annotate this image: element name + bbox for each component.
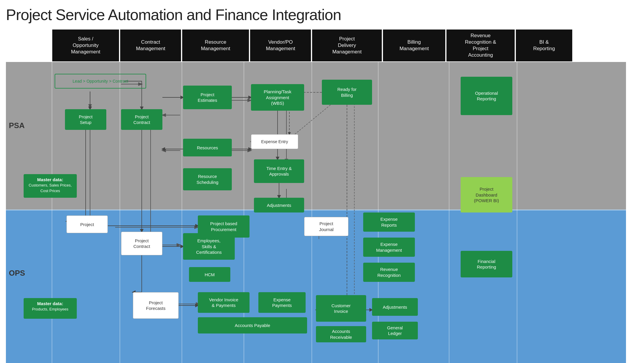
customer-invoice-box: CustomerInvoice (316, 295, 366, 322)
lead-opportunity-box: Lead > Opportunity > Contract (55, 74, 146, 89)
project-dashboard-box: ProjectDashboard(POWER BI) (461, 177, 512, 212)
resource-scheduling-box: ResourceScheduling (183, 168, 232, 190)
divider-4 (312, 62, 312, 363)
planning-task-box: Planning/TaskAssignment(WBS) (251, 84, 304, 111)
general-ledger-box: GeneralLedger (372, 322, 418, 339)
project-journal-box: ProjectJournal (304, 217, 348, 236)
expense-management-box: ExpenseManagement (363, 238, 415, 257)
accounts-payable-box: Accounts Payable (198, 317, 307, 333)
operational-reporting-box: OperationalReporting (461, 77, 512, 115)
adjustments-ops-box: Adjustments (372, 298, 418, 316)
divider-2 (182, 62, 182, 363)
col-header-resource: ResourceManagement (182, 29, 250, 62)
expense-entry-box: Expense Entry (251, 134, 298, 149)
col-header-delivery: ProjectDeliveryManagement (312, 29, 382, 62)
financial-reporting-box: FinancialReporting (461, 251, 512, 277)
project-estimates-box: ProjectEstimates (183, 86, 232, 109)
project-ops-box: Project (66, 215, 108, 233)
resources-box: Resources (183, 139, 232, 156)
hcm-box: HCM (189, 267, 230, 282)
time-entry-box: Time Entry &Approvals (254, 159, 304, 183)
ops-label: OPS (9, 269, 25, 278)
master-data-ops-box: Master data: Products, Employees (24, 298, 77, 319)
vendor-invoice-box: Vendor Invoice& Payments (198, 292, 250, 313)
project-contract-psa-box: ProjectContract (121, 109, 162, 130)
col-header-billing: BillingManagement (382, 29, 446, 62)
employees-skills-box: Employees,Skills &Certifications (183, 233, 235, 260)
revenue-recognition-box: RevenueRecognition (363, 263, 415, 282)
col-header-contract: ContractManagement (120, 29, 182, 62)
project-setup-box: ProjectSetup (65, 109, 106, 130)
master-data-psa-box: Master data: Customers, Sales Prices,Cos… (24, 174, 77, 198)
psa-ops-divider (6, 210, 626, 210)
full-diagram: PSA OPS (6, 62, 626, 363)
psa-label: PSA (9, 121, 25, 130)
diagram-container: Sales /OpportunityManagement ContractMan… (6, 29, 626, 363)
ready-for-billing-box: Ready forBilling (322, 80, 372, 105)
col-header-revenue: RevenueRecognition &ProjectAccounting (446, 29, 515, 62)
expense-reports-box: ExpenseReports (363, 212, 415, 232)
col-header-bi: BI &Reporting (515, 29, 573, 62)
col-header-vendor: Vendor/POManagement (250, 29, 312, 62)
divider-6 (449, 62, 449, 363)
project-forecasts-box: ProjectForecasts (133, 292, 179, 319)
expense-payments-box: ExpensePayments (258, 292, 306, 313)
col-header-sales: Sales /OpportunityManagement (52, 29, 120, 62)
divider-1 (120, 62, 120, 363)
adjustments-psa-box: Adjustments (254, 198, 304, 212)
page-title: Project Service Automation and Finance I… (6, 6, 638, 24)
project-contract-ops-box: ProjectContract (121, 232, 162, 255)
divider-7 (517, 62, 517, 363)
accounts-receivable-box: AccountsReceivable (316, 326, 366, 342)
